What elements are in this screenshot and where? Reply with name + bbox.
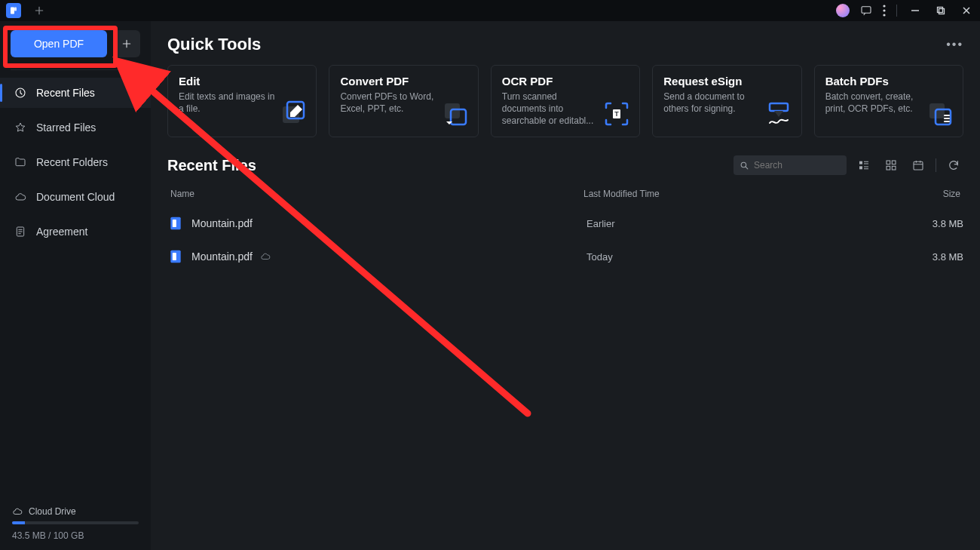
column-header-size[interactable]: Size xyxy=(900,189,960,199)
file-time: Earlier xyxy=(586,218,903,229)
view-grid-button[interactable] xyxy=(881,155,901,175)
file-size: 3.8 MB xyxy=(903,218,963,229)
star-icon xyxy=(14,121,27,134)
feedback-icon[interactable] xyxy=(860,5,872,17)
view-list-button[interactable] xyxy=(854,155,874,175)
tool-card-desc: Send a document to others for signing. xyxy=(663,91,761,115)
svg-rect-24 xyxy=(887,166,890,170)
svg-rect-26 xyxy=(914,161,923,170)
search-icon xyxy=(740,161,749,171)
sidebar-item-label: Document Cloud xyxy=(36,191,115,203)
svg-rect-23 xyxy=(892,161,896,164)
file-time: Today xyxy=(586,251,903,263)
file-name: Mountain.pdf xyxy=(191,250,253,263)
sidebar-item-label: Recent Files xyxy=(36,87,95,99)
file-row[interactable]: Mountain.pdf Earlier 3.8 MB xyxy=(167,207,963,240)
user-avatar[interactable] xyxy=(836,4,850,17)
tool-card-desc: Turn scanned documents into searchable o… xyxy=(502,91,600,128)
convert-icon xyxy=(442,100,469,128)
batch-icon xyxy=(926,100,954,128)
svg-rect-25 xyxy=(892,166,896,170)
clock-icon xyxy=(14,86,27,100)
ocr-icon: T xyxy=(603,100,630,128)
tool-card-title: Edit xyxy=(179,75,305,88)
document-icon xyxy=(14,225,27,238)
search-input[interactable] xyxy=(754,160,867,171)
svg-point-3 xyxy=(883,5,885,7)
svg-rect-20 xyxy=(859,161,862,164)
refresh-button[interactable] xyxy=(944,155,963,175)
folder-icon xyxy=(14,155,27,169)
svg-point-19 xyxy=(741,162,746,167)
cloud-badge-icon xyxy=(260,251,271,262)
sidebar-item-agreement[interactable]: Agreement xyxy=(0,217,151,247)
column-header-time[interactable]: Last Modified Time xyxy=(583,189,900,199)
file-name: Mountain.pdf xyxy=(191,217,253,229)
svg-text:T: T xyxy=(614,110,619,118)
tool-card-desc: Edit texts and images in a file. xyxy=(179,91,277,115)
pdf-file-icon xyxy=(167,215,184,232)
tool-card-edit[interactable]: Edit Edit texts and images in a file. xyxy=(167,65,317,137)
sidebar-item-document-cloud[interactable]: Document Cloud xyxy=(0,182,151,212)
svg-point-5 xyxy=(883,14,885,16)
view-separator xyxy=(936,158,936,172)
storage-bar xyxy=(12,521,139,524)
open-pdf-button[interactable]: Open PDF xyxy=(11,30,107,57)
sidebar-separator xyxy=(11,69,140,70)
sidebar: Open PDF Recent Files Starred Files Rece… xyxy=(0,21,151,550)
titlebar xyxy=(0,0,980,21)
file-row[interactable]: Mountain.pdf Today 3.8 MB xyxy=(167,240,963,273)
plus-icon xyxy=(34,5,44,16)
svg-rect-2 xyxy=(862,7,871,14)
svg-point-4 xyxy=(883,9,885,11)
app-logo-icon xyxy=(6,3,21,18)
sidebar-item-starred-files[interactable]: Starred Files xyxy=(0,112,151,143)
kebab-menu-icon[interactable] xyxy=(883,5,886,17)
cloud-drive-label: Cloud Drive xyxy=(29,506,76,517)
file-size: 3.8 MB xyxy=(903,251,963,263)
window-minimize-button[interactable] xyxy=(908,6,923,15)
svg-rect-1 xyxy=(14,8,17,11)
table-header-row: Name Last Modified Time Size xyxy=(167,181,963,207)
quick-tools-heading: Quick Tools xyxy=(167,35,261,54)
tool-card-title: Convert PDF xyxy=(340,75,467,88)
svg-rect-6 xyxy=(938,8,943,13)
svg-rect-30 xyxy=(173,253,176,260)
pdf-file-icon xyxy=(167,248,184,265)
quick-tools-more-button[interactable]: ••• xyxy=(946,38,963,51)
plus-icon xyxy=(121,38,132,49)
edit-icon xyxy=(280,100,307,128)
open-pdf-plus-button[interactable] xyxy=(113,30,140,57)
sidebar-item-recent-folders[interactable]: Recent Folders xyxy=(0,147,151,177)
content-area: Quick Tools ••• Edit Edit texts and imag… xyxy=(151,21,980,550)
tool-card-convert[interactable]: Convert PDF Convert PDFs to Word, Excel,… xyxy=(329,65,478,137)
window-close-button[interactable] xyxy=(959,6,974,15)
esign-icon xyxy=(765,100,792,128)
tool-card-title: OCR PDF xyxy=(502,75,629,88)
tool-card-esign[interactable]: Request eSign Send a document to others … xyxy=(652,65,801,137)
recent-files-heading: Recent Files xyxy=(167,157,256,174)
cloud-icon xyxy=(14,190,27,204)
search-box[interactable] xyxy=(733,155,847,175)
tool-card-desc: Convert PDFs to Word, Excel, PPT, etc. xyxy=(340,91,438,115)
tool-card-desc: Batch convert, create, print, OCR PDFs, … xyxy=(825,91,923,115)
svg-rect-12 xyxy=(445,103,460,118)
view-calendar-button[interactable] xyxy=(908,155,928,175)
sidebar-item-recent-files[interactable]: Recent Files xyxy=(0,78,151,108)
tool-card-ocr[interactable]: OCR PDF Turn scanned documents into sear… xyxy=(491,65,640,137)
tool-card-title: Request eSign xyxy=(663,75,790,88)
cloud-drive-row[interactable]: Cloud Drive xyxy=(12,506,139,517)
cloud-icon xyxy=(12,506,23,517)
sidebar-item-label: Recent Folders xyxy=(36,156,108,168)
new-tab-button[interactable] xyxy=(29,2,50,20)
tool-card-batch[interactable]: Batch PDFs Batch convert, create, print,… xyxy=(814,65,963,137)
svg-rect-21 xyxy=(859,166,862,169)
column-header-name[interactable]: Name xyxy=(170,189,583,199)
window-maximize-button[interactable] xyxy=(933,6,948,15)
svg-rect-0 xyxy=(11,8,14,14)
storage-text: 43.5 MB / 100 GB xyxy=(12,530,139,541)
svg-rect-7 xyxy=(939,9,945,14)
tool-card-title: Batch PDFs xyxy=(825,75,952,88)
svg-rect-16 xyxy=(770,103,788,111)
sidebar-item-label: Starred Files xyxy=(36,121,96,134)
